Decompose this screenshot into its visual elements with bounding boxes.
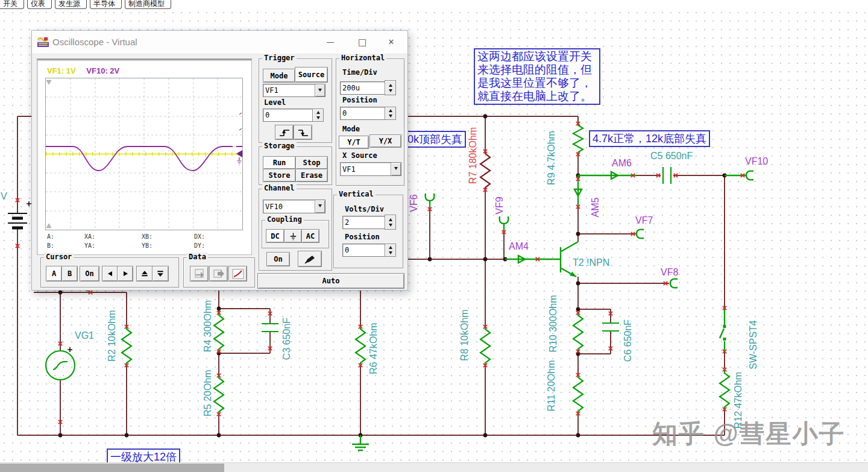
trigger-level-field[interactable]: 0 [263, 109, 314, 122]
cursor-right-button[interactable] [117, 266, 133, 282]
dropdown-arrow-icon[interactable] [391, 163, 401, 175]
titlebar[interactable]: Oscilloscope - Virtual [32, 31, 407, 54]
data-export-button[interactable] [209, 266, 228, 282]
stop-button[interactable]: Stop [295, 156, 328, 169]
menu-tab-manufacturer-models[interactable]: 制造商模型 [125, 0, 171, 9]
channel1-label: VF1: 1V [47, 66, 76, 75]
x-source-label: X Source [342, 151, 377, 160]
coupling-group-title: Coupling [265, 215, 304, 224]
battery[interactable]: V [1, 191, 31, 228]
dropdown-arrow-icon[interactable] [315, 84, 325, 96]
to-bottom-icon [156, 269, 165, 278]
time-div-spinner[interactable] [385, 80, 396, 95]
yx-mode-button[interactable]: Y/X [370, 134, 401, 148]
menu-tab-meters[interactable]: 仪表 [27, 0, 52, 9]
c6-label: C6 650nF [623, 319, 633, 362]
time-div-label: Time/Div [342, 68, 377, 77]
maximize-button[interactable] [354, 36, 370, 49]
resistor-r7[interactable]: R7 180kOhm [468, 127, 490, 191]
annotation-note-right[interactable]: 4.7k正常，12k底部失真 [589, 130, 710, 147]
cursor-top-button[interactable] [136, 266, 153, 282]
yt-mode-button[interactable]: Y/T [339, 136, 369, 149]
trigger-group: Trigger Mode Source VF1 Level 0 [259, 58, 332, 143]
minimize-button[interactable] [322, 36, 338, 49]
probe-settings-button[interactable] [298, 251, 322, 267]
scope-plot[interactable] [45, 78, 243, 230]
probe-vf7[interactable]: VF7 [635, 215, 653, 238]
vf9-label: VF9 [494, 197, 505, 214]
resistor-r11[interactable]: R11 20Ohm [546, 360, 583, 415]
readout-b: B: [47, 242, 54, 249]
r8-label: R8 10kOhm [459, 309, 470, 360]
am6-label: AM6 [612, 158, 632, 168]
menu-tab-semiconductors[interactable]: 半导体 [90, 0, 122, 9]
probe-vf10[interactable]: VF10 [725, 156, 768, 180]
battery-label: V [1, 191, 7, 201]
store-button[interactable]: Store [263, 169, 296, 182]
scrollbar-thumb[interactable] [0, 464, 224, 472]
close-button[interactable] [383, 36, 399, 49]
graph-curve-icon [232, 269, 244, 279]
cursor-bottom-button[interactable] [152, 266, 169, 282]
switch-sw-spst4[interactable]: SW-SPST4 [720, 309, 758, 370]
x-source-dropdown[interactable]: VF1 [340, 162, 401, 176]
ground-icon [352, 435, 369, 450]
storage-group: Storage Run Stop Store Erase [259, 146, 332, 185]
trigger-mode-button[interactable]: Mode [263, 69, 295, 83]
trigger-source-button[interactable]: Source [295, 67, 328, 83]
time-div-field[interactable]: 200u [340, 81, 386, 95]
trigger-source-dropdown[interactable]: VF1 [263, 84, 326, 97]
channel-on-button[interactable]: On [266, 252, 290, 266]
trigger-falling-edge-button[interactable] [294, 125, 312, 140]
v-position-field[interactable]: 0 [342, 244, 386, 257]
probe-vf8[interactable]: VF8 [661, 267, 678, 288]
r9-label: R9 4.7kOhm [546, 131, 556, 185]
data-import-button[interactable] [190, 266, 209, 282]
capacitor-c5[interactable]: C5 650nF [650, 151, 693, 184]
cursor-on-button[interactable]: On [80, 266, 99, 282]
annotation-note-top[interactable]: 这两边都应该设置开关 来选择电阻的阻值，但 是我这里位置不够了， 就直接在电脑上… [474, 48, 600, 105]
horizontal-scrollbar[interactable] [0, 462, 868, 472]
h-position-label: Position [342, 96, 377, 104]
capacitor-c6[interactable]: C6 650nF [602, 319, 633, 362]
dropdown-arrow-icon[interactable] [315, 200, 325, 213]
coupling-group: Coupling DC AC [262, 220, 329, 248]
vf10-label: VF10 [745, 156, 768, 166]
vf10-position-marker [236, 150, 242, 157]
vf8-label: VF8 [661, 267, 678, 277]
coupling-dc-button[interactable]: DC [266, 229, 285, 243]
volts-div-field[interactable]: 2 [342, 216, 386, 229]
h-position-field[interactable]: 0 [340, 107, 386, 120]
channel-dropdown[interactable]: VF10 [263, 200, 326, 213]
coupling-ground-button[interactable] [284, 229, 302, 243]
cursor-a-button[interactable]: A [46, 266, 62, 282]
auto-button[interactable]: Auto [257, 273, 404, 289]
erase-button[interactable]: Erase [295, 169, 328, 182]
generator-vg1[interactable]: VG1 [46, 330, 94, 380]
data-graph-button[interactable] [228, 266, 247, 282]
probe-vf9[interactable]: VF9 [494, 197, 508, 233]
h-position-spinner[interactable] [385, 107, 396, 120]
horizontal-group-title: Horizontal [339, 54, 386, 62]
r6-label: R6 47kOhm [368, 323, 379, 374]
cursor-left-button[interactable] [102, 266, 118, 282]
menu-tab-switches[interactable]: 开关 [0, 0, 24, 9]
annotation-note-left[interactable]: 0k顶部失真 [404, 131, 466, 148]
top-scroll-marker [46, 80, 51, 84]
channel2-label: VF10: 2V [86, 66, 119, 75]
run-button[interactable]: Run [263, 156, 296, 169]
v-position-spinner[interactable] [385, 244, 396, 257]
ammeter-am6[interactable]: AM6 [578, 158, 637, 179]
rising-edge-icon [278, 128, 291, 137]
menu-tab-sources[interactable]: 发生源 [55, 0, 87, 9]
trigger-rising-edge-button[interactable] [275, 125, 294, 140]
trigger-level-spinner[interactable] [312, 109, 324, 122]
volts-div-spinner[interactable] [385, 215, 396, 230]
oscilloscope-window[interactable]: Oscilloscope - Virtual VF1: 1V VF10: 2V [31, 30, 408, 291]
resistor-r2[interactable]: R2 10kOhm [107, 310, 131, 367]
channel-group: Channel VF10 Coupling DC AC On [259, 189, 332, 271]
coupling-ac-button[interactable]: AC [301, 229, 319, 243]
cursor-b-button[interactable]: B [61, 266, 78, 282]
app-screen: V VG1 R2 10kOhm R4 300Ohm R [0, 0, 868, 472]
readout-xa: XA: [84, 233, 95, 240]
